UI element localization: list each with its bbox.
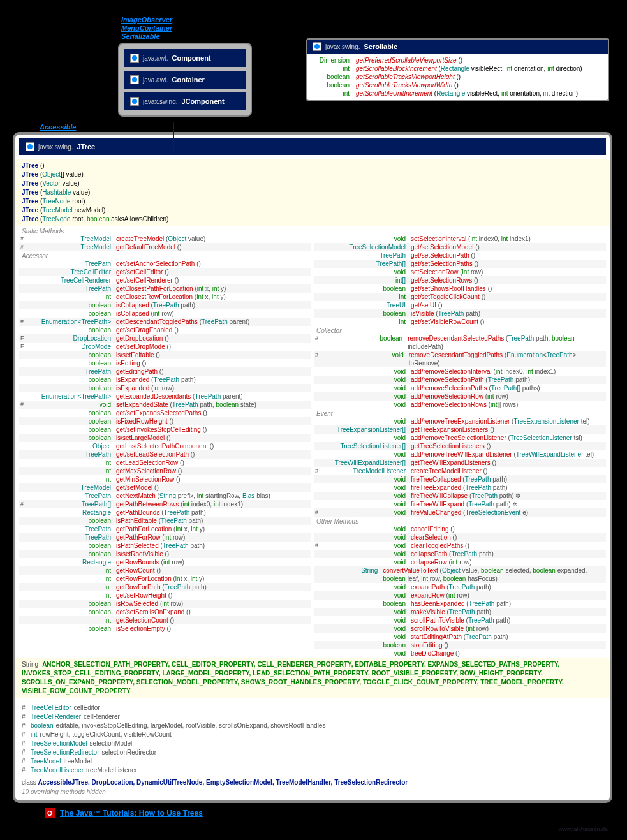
method-row: voidfireTreeCollapsed (TreePath path): [314, 475, 606, 483]
method-row: voidfireTreeWillCollapse (TreePath path)…: [314, 492, 606, 500]
method-row: booleanisSelectionEmpty (): [19, 624, 311, 633]
section-collector: Collector: [314, 326, 606, 334]
method-row: booleanisPathSelected (TreePath path): [19, 542, 311, 550]
method-row: voidadd/removeTreeExpansionListener (Tre…: [314, 417, 606, 425]
fields-block: #TreeCellEditor cellEditor#TreeCellRende…: [15, 701, 610, 777]
method-row: booleanget/setScrollsOnExpand (): [19, 608, 311, 616]
method-row: intget/setRowHeight (): [19, 591, 311, 600]
method-row: TreePathgetPathForRow (int row): [19, 533, 311, 542]
method-row: #voidclearToggledPaths (): [314, 542, 606, 550]
constructors-block: JTree ()JTree (Object[] value)JTree (Vec…: [15, 159, 610, 226]
method-row: voidadd/removeSelectionRow (int row): [314, 392, 606, 401]
method-row: voidexpandPath (TreePath path): [314, 583, 606, 591]
method-row: intgetLeadSelectionRow (): [19, 459, 311, 467]
method-row: TreeCellEditorget/setCellEditor (): [19, 268, 311, 276]
footer-url: www.falkhausen.de: [558, 826, 608, 832]
method-row: booleanisVisible (TreePath path): [314, 309, 606, 318]
hidden-methods-note: 10 overriding methods hidden: [15, 787, 610, 797]
method-row: #voidfireValueChanged (TreeSelectionEven…: [314, 508, 606, 517]
method-row: intgetMaxSelectionRow (): [19, 467, 311, 475]
method-row: booleanget/setExpandsSelectedPaths (): [19, 409, 311, 417]
method-row: voidadd/removeSelectionRows (int[] rows): [314, 401, 606, 409]
method-row: voidadd/removeSelectionPath (TreePath pa…: [314, 376, 606, 384]
section-accessor: Accessor: [19, 251, 311, 260]
method-row: TreePathgetEditingPath (): [19, 367, 311, 376]
method-row: intgetClosestRowForLocation (int x, int …: [19, 293, 311, 301]
java-icon: [130, 54, 139, 63]
section-other: Other Methods: [314, 517, 606, 525]
method-row: ObjectgetLastSelectedPathComponent (): [19, 442, 311, 450]
interface-labels: ImageObserver MenuContainer Serializable: [121, 16, 614, 41]
method-row: voidclearSelection (): [314, 533, 606, 542]
method-row: TreePathget/setAnchorSelectionPath (): [19, 260, 311, 268]
connector-line: [173, 122, 174, 154]
method-row: voidadd/removeTreeWillExpandListener (Tr…: [314, 450, 606, 459]
method-row: voidcancelEditing (): [314, 525, 606, 533]
method-row: voidstartEditingAtPath (TreePath path): [314, 633, 606, 641]
method-row: TreeSelectionListener[]getTreeSelectionL…: [314, 442, 606, 450]
method-row: booleanhasBeenExpanded (TreePath path): [314, 600, 606, 608]
method-row: #voidremoveDescendantToggledPaths (Enume…: [314, 351, 606, 367]
method-row: booleanisCollapsed (TreePath path): [19, 301, 311, 309]
java-icon: [313, 42, 321, 51]
method-row: voidsetSelectionRow (int row): [314, 268, 606, 276]
method-row: #voidsetExpandedState (TreePath path, bo…: [19, 401, 311, 409]
method-row: TreePathget/setLeadSelectionPath (): [19, 450, 311, 459]
method-row: voidcollapseRow (int row): [314, 558, 606, 566]
method-row: booleanisRowSelected (int row): [19, 600, 311, 608]
method-row: booleanget/setDragEnabled (): [19, 326, 311, 334]
method-row: intget/setVisibleRowCount (): [314, 318, 606, 326]
hierarchy-jcomponent: javax.swing.JComponent: [124, 92, 246, 110]
section-event: Event: [314, 409, 606, 417]
method-row: voidscrollPathToVisible (TreePath path): [314, 616, 606, 624]
jtree-header: javax.swing.JTree: [19, 138, 606, 155]
method-row: TreeModelget/setModel (): [19, 483, 311, 492]
java-icon: [130, 75, 139, 84]
method-row: booleanstopEditing (): [314, 641, 606, 649]
method-row: intgetSelectionCount (): [19, 616, 311, 624]
accessible-label: Accessible: [40, 123, 614, 131]
hierarchy-component: java.awt.Component: [124, 49, 246, 67]
section-static: Static Methods: [19, 226, 311, 235]
method-row: voidsetSelectionInterval (int index0, in…: [314, 235, 606, 243]
method-row: booleanisExpanded (int row): [19, 384, 311, 392]
method-row: FDropModeget/setDropMode (): [19, 343, 311, 351]
method-row: booleanis/setEditable (): [19, 351, 311, 359]
inner-classes: class AccessibleJTree, DropLocation, Dyn…: [15, 777, 610, 787]
method-row: #Enumeration<TreePath>getDescendantToggl…: [19, 318, 311, 326]
method-row: #TreeModelgetDefaultTreeModel (): [19, 243, 311, 251]
method-row: booleanisExpanded (TreePath path): [19, 376, 311, 384]
method-row: voidscrollRowToVisible (int row): [314, 624, 606, 633]
method-row: StringconvertValueToText (Object value, …: [314, 566, 606, 583]
method-row: TreeWillExpandListener[]getTreeWillExpan…: [314, 459, 606, 467]
method-row: #TreeModelcreateTreeModel (Object value): [19, 235, 311, 243]
method-row: booleanisCollapsed (int row): [19, 309, 311, 318]
method-row: TreePath[]get/setSelectionPaths (): [314, 260, 606, 268]
method-row: booleanisPathEditable (TreePath path): [19, 517, 311, 525]
method-row: voidmakeVisible (TreePath path): [314, 608, 606, 616]
method-row: intget/setToggleClickCount (): [314, 293, 606, 301]
method-row: #TreeModelListenercreateTreeModelListene…: [314, 467, 606, 475]
method-row: #booleanremoveDescendantSelectedPaths (T…: [314, 334, 606, 351]
method-row: RectanglegetRowBounds (int row): [19, 558, 311, 566]
method-row: intgetRowCount (): [19, 566, 311, 575]
method-row: booleanget/setInvokesStopCellEditing (): [19, 425, 311, 434]
tutorial-link[interactable]: O The Java™ Tutorials: How to Use Trees: [45, 808, 614, 818]
method-row: booleanisFixedRowHeight (): [19, 417, 311, 425]
method-row: intgetMinSelectionRow (): [19, 475, 311, 483]
method-row: FDropLocationgetDropLocation (): [19, 334, 311, 343]
method-row: booleanisEditing (): [19, 359, 311, 367]
method-row: voidfireTreeExpanded (TreePath path): [314, 483, 606, 492]
method-row: booleanis/setRootVisible (): [19, 550, 311, 558]
method-row: voidadd/removeSelectionInterval (int ind…: [314, 367, 606, 376]
method-row: voidadd/removeSelectionPaths (TreePath[]…: [314, 384, 606, 392]
method-row: TreePathgetPathForLocation (int x, int y…: [19, 525, 311, 533]
java-icon: [26, 142, 34, 151]
method-row: TreeCellRendererget/setCellRenderer (): [19, 276, 311, 284]
hierarchy-container: java.awt.Container: [124, 71, 246, 89]
method-row: TreeSelectionModelget/setSelectionModel …: [314, 243, 606, 251]
method-row: voidcollapsePath (TreePath path): [314, 550, 606, 558]
oracle-icon: O: [45, 808, 55, 818]
method-row: voidtreeDidChange (): [314, 649, 606, 658]
method-row: int[]get/setSelectionRows (): [314, 276, 606, 284]
